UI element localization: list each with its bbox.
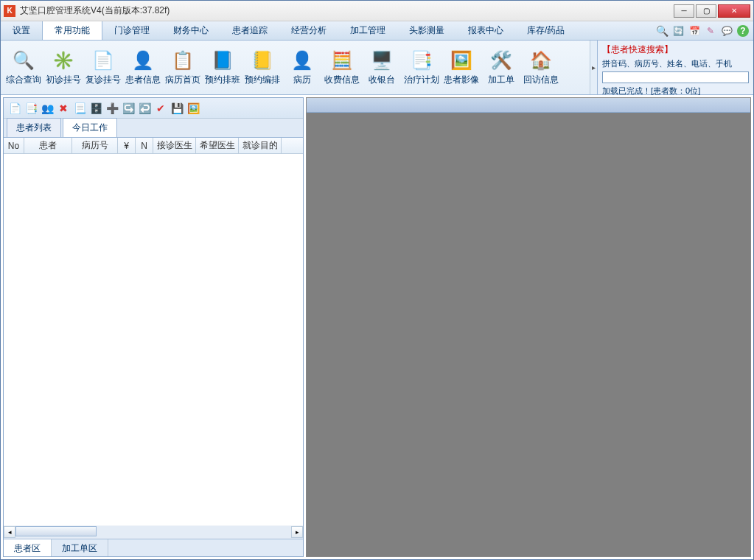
col-patient[interactable]: 患者: [24, 138, 72, 153]
col-visit-purpose[interactable]: 就诊目的: [239, 138, 282, 153]
revisit-register-icon: 📄: [91, 49, 115, 72]
scroll-thumb[interactable]: [15, 526, 97, 536]
tool-import-icon[interactable]: ↩️: [138, 102, 151, 115]
window-title: 艾坚口腔管理系统V4(当前版本:37.82f): [20, 4, 674, 17]
left-top-tabs: 患者列表 今日工作: [4, 119, 303, 138]
ribbon-appointment-arrange[interactable]: 📒预约编排: [242, 42, 282, 93]
tool-doc-icon[interactable]: 📄: [8, 102, 21, 115]
scroll-right-button[interactable]: ▸: [291, 526, 303, 538]
col-fee[interactable]: ¥: [118, 138, 136, 153]
menu-report[interactable]: 报表中心: [456, 21, 515, 40]
menubar: 设置 常用功能 门诊管理 财务中心 患者追踪 经营分析 加工管理 头影测量 报表…: [1, 21, 753, 41]
quick-search-input[interactable]: [602, 71, 749, 83]
scroll-left-button[interactable]: ◂: [4, 526, 15, 538]
ribbon-fee-info[interactable]: 🧮收费信息: [322, 42, 362, 93]
tab-patient-list[interactable]: 患者列表: [7, 118, 61, 137]
appointment-schedule-icon: 📘: [211, 49, 234, 72]
grid-body[interactable]: [4, 154, 303, 525]
menu-common[interactable]: 常用功能: [42, 21, 102, 40]
tool-add-icon[interactable]: ➕: [105, 102, 119, 115]
ribbon-patient-info[interactable]: 👤患者信息: [123, 42, 163, 93]
tool-page-icon[interactable]: 📃: [73, 102, 86, 115]
followup-icon: 🏠: [529, 49, 553, 72]
appointment-arrange-icon: 📒: [251, 49, 274, 72]
menu-outpatient[interactable]: 门诊管理: [102, 21, 161, 40]
ribbon-followup[interactable]: 🏠回访信息: [521, 42, 561, 93]
menu-tracking[interactable]: 患者追踪: [220, 21, 279, 40]
ribbon-revisit-register[interactable]: 📄复诊挂号: [83, 42, 123, 93]
medical-record-icon: 👤: [290, 49, 314, 72]
refresh-icon[interactable]: 🔄: [672, 25, 684, 37]
col-record-no[interactable]: 病历号: [72, 138, 118, 153]
tool-user-icon[interactable]: 👥: [41, 102, 54, 115]
search-panel-hint: 拼音码、病历号、姓名、电话、手机: [602, 58, 749, 69]
help-icon[interactable]: ?: [737, 25, 749, 37]
btab-patient-area[interactable]: 患者区: [4, 539, 52, 556]
menu-processing[interactable]: 加工管理: [338, 21, 397, 40]
work-order-icon: 🛠️: [489, 49, 513, 72]
col-receiving-doctor[interactable]: 接诊医生: [153, 138, 196, 153]
close-button[interactable]: ✕: [718, 4, 750, 18]
ribbon-cashier[interactable]: 🖥️收银台: [362, 42, 402, 93]
patient-image-icon: 🖼️: [450, 49, 473, 72]
ribbon-medical-record[interactable]: 👤病历: [282, 42, 322, 93]
col-desired-doctor[interactable]: 希望医生: [196, 138, 239, 153]
edit-icon[interactable]: ✎: [705, 25, 716, 37]
tab-today-work[interactable]: 今日工作: [63, 118, 117, 137]
chat-icon[interactable]: 💬: [721, 25, 733, 37]
app-icon: K: [4, 5, 15, 17]
patient-info-icon: 👤: [131, 49, 155, 72]
grid-header: No 患者 病历号 ¥ N 接诊医生 希望医生 就诊目的: [4, 138, 303, 154]
quick-search-icon[interactable]: 🔍: [656, 25, 668, 37]
tool-check-icon[interactable]: ✔: [154, 102, 167, 115]
minimize-button[interactable]: ─: [674, 4, 694, 18]
cashier-icon: 🖥️: [370, 49, 394, 72]
scroll-track[interactable]: [15, 526, 291, 538]
treatment-plan-icon: 📑: [410, 49, 433, 72]
tool-export-icon[interactable]: ↪️: [122, 102, 135, 115]
ribbon-comprehensive-query[interactable]: 🔍综合查询: [4, 42, 43, 93]
tool-delete-icon[interactable]: ✖: [57, 102, 70, 115]
search-panel-title: 【患者快速搜索】: [602, 43, 749, 56]
fee-info-icon: 🧮: [330, 49, 354, 72]
right-panel-header: [307, 98, 750, 113]
right-panel: [306, 97, 751, 557]
menu-analysis[interactable]: 经营分析: [279, 21, 338, 40]
ribbon-first-visit-register[interactable]: ✳️初诊挂号: [43, 42, 83, 93]
calendar-icon[interactable]: 📅: [688, 25, 700, 37]
btab-workorder-area[interactable]: 加工单区: [52, 539, 108, 556]
menu-cephalometric[interactable]: 头影测量: [397, 21, 456, 40]
ribbon-patient-image[interactable]: 🖼️患者影像: [441, 42, 481, 93]
ribbon-work-order[interactable]: 🛠️加工单: [481, 42, 521, 93]
left-toolbar: 📄 📑 👥 ✖ 📃 🗄️ ➕ ↪️ ↩️ ✔ 💾 🖼️: [4, 98, 303, 119]
ribbon-appointment-schedule[interactable]: 📘预约排班: [203, 42, 242, 93]
tool-copy-icon[interactable]: 📑: [24, 102, 38, 115]
ribbon-overflow-button[interactable]: ▸: [590, 41, 597, 94]
menu-settings[interactable]: 设置: [1, 21, 42, 40]
tool-save-icon[interactable]: 💾: [170, 102, 184, 115]
col-n[interactable]: N: [136, 138, 153, 153]
menu-finance[interactable]: 财务中心: [161, 21, 220, 40]
maximize-button[interactable]: ▢: [696, 4, 716, 18]
col-no[interactable]: No: [4, 138, 24, 153]
left-bottom-tabs: 患者区 加工单区: [4, 539, 303, 556]
record-home-icon: 📋: [171, 49, 195, 72]
new-register-icon: ✳️: [52, 49, 75, 72]
ribbon-treatment-plan[interactable]: 📑治疗计划: [402, 42, 441, 93]
ribbon-record-home[interactable]: 📋病历首页: [163, 42, 203, 93]
search-icon: 🔍: [12, 49, 35, 72]
quick-search-panel: 【患者快速搜索】 拼音码、病历号、姓名、电话、手机 加载已完成！[患者数：0位]: [597, 41, 753, 94]
tool-image-icon[interactable]: 🖼️: [186, 102, 200, 115]
left-panel: 📄 📑 👥 ✖ 📃 🗄️ ➕ ↪️ ↩️ ✔ 💾 🖼️ 患者列表 今日工作 No…: [3, 97, 304, 557]
tool-db-icon[interactable]: 🗄️: [89, 102, 102, 115]
horizontal-scrollbar[interactable]: ◂ ▸: [4, 525, 303, 539]
menu-inventory[interactable]: 库存/药品: [515, 21, 576, 40]
